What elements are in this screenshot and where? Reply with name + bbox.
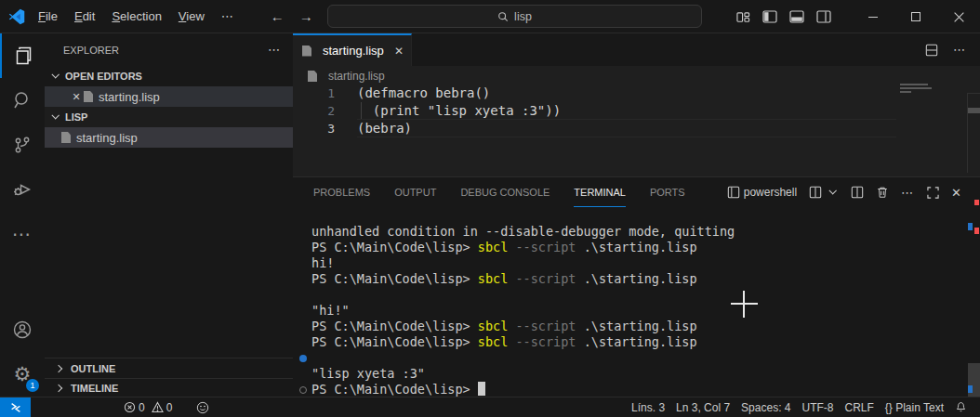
- activity-bar: ⋯ ⚙ 1: [0, 33, 45, 397]
- dropdown-chevron-icon: [829, 187, 837, 194]
- settings-badge: 1: [26, 379, 39, 392]
- toggle-secondary-sidebar-icon[interactable]: [816, 9, 831, 24]
- panel-tab-output[interactable]: OUTPUT: [394, 177, 436, 207]
- status-item[interactable]: Spaces: 4: [735, 397, 796, 417]
- activitybar-search-icon[interactable]: [0, 78, 45, 123]
- split-panel-icon[interactable]: [851, 186, 864, 199]
- file-icon: [308, 71, 317, 82]
- title-bar: File Edit Selection View ⋯ ← → lisp: [0, 0, 980, 33]
- file-icon: [302, 46, 311, 57]
- overview-mark-info: [968, 385, 973, 393]
- terminal-line: hi!: [293, 255, 972, 271]
- overview-mark-error: [974, 200, 979, 205]
- trash-icon[interactable]: [876, 186, 889, 199]
- code-line[interactable]: 2 (print "lisp xyeta :3")): [293, 102, 980, 120]
- terminal-line: PS C:\Main\Code\lisp> sbcl --script .\st…: [293, 271, 972, 287]
- menu-file[interactable]: File: [30, 7, 66, 26]
- activitybar-settings-gear-icon[interactable]: ⚙ 1: [0, 352, 45, 397]
- nav-back-icon[interactable]: ←: [271, 8, 285, 24]
- remote-indicator[interactable]: [0, 397, 31, 417]
- panel-tab-problems[interactable]: PROBLEMS: [313, 177, 370, 207]
- panel-tabs: PROBLEMSOUTPUTDEBUG CONSOLETERMINALPORTS: [293, 177, 685, 207]
- terminal-instance[interactable]: powershell: [727, 186, 797, 199]
- panel-tab-terminal[interactable]: TERMINAL: [574, 177, 626, 207]
- chevron-right-icon: [55, 384, 62, 391]
- section-open-editors[interactable]: OPEN EDITORS: [45, 66, 293, 86]
- chevron-down-icon: [51, 71, 59, 78]
- breadcrumb[interactable]: starting.lisp: [293, 66, 980, 86]
- activitybar-run-debug-icon[interactable]: [0, 167, 45, 212]
- close-icon[interactable]: [937, 0, 980, 33]
- command-decoration-icon[interactable]: [299, 355, 307, 362]
- file-item-starting-lisp[interactable]: starting.lisp: [45, 127, 293, 148]
- nav-forward-icon[interactable]: →: [299, 8, 313, 24]
- warnings-icon: [152, 401, 164, 413]
- panel-more-icon[interactable]: ⋯: [901, 186, 915, 200]
- editor-more-icon[interactable]: ⋯: [953, 43, 967, 57]
- terminal[interactable]: unhandled condition in --disable-debugge…: [293, 224, 972, 397]
- menu-edit[interactable]: Edit: [66, 7, 103, 26]
- section-folder-lisp[interactable]: LISP: [45, 107, 293, 127]
- status-item[interactable]: Ln 3, Col 7: [670, 397, 735, 417]
- chevron-right-icon: [55, 364, 62, 371]
- new-terminal-button[interactable]: [809, 186, 839, 199]
- menu-view[interactable]: View: [170, 7, 213, 26]
- command-center-search[interactable]: lisp: [327, 5, 702, 28]
- command-decoration-placeholder-icon[interactable]: [299, 386, 307, 394]
- chevron-down-icon: [51, 111, 59, 119]
- close-editor-icon[interactable]: ✕: [69, 91, 84, 103]
- close-panel-icon[interactable]: ✕: [951, 186, 961, 200]
- toggle-panel-icon[interactable]: [789, 9, 804, 24]
- editor-scrollbar-thumb[interactable]: [968, 108, 980, 113]
- open-editor-item[interactable]: ✕ starting.lisp: [45, 86, 293, 107]
- tab-bar: starting.lisp ✕ ⋯: [293, 33, 980, 66]
- terminal-line: "lisp xyeta :3": [293, 366, 972, 382]
- menu-more-icon[interactable]: ⋯: [213, 7, 243, 26]
- editor-scrollbar-top: [967, 93, 980, 94]
- activitybar-explorer-icon[interactable]: [0, 33, 45, 78]
- activitybar-more-icon[interactable]: ⋯: [0, 212, 45, 256]
- explorer-more-icon[interactable]: ⋯: [268, 43, 282, 57]
- minimize-icon[interactable]: [852, 0, 894, 33]
- tab-starting-lisp[interactable]: starting.lisp ✕: [293, 33, 412, 66]
- editor-group: starting.lisp ✕ ⋯ starting.lisp 1(defmac…: [293, 33, 980, 176]
- terminal-line: [293, 287, 972, 303]
- maximize-panel-icon[interactable]: [927, 187, 939, 199]
- overview-mark-error: [974, 228, 979, 234]
- errors-icon: [124, 401, 136, 413]
- remote-icon: [9, 401, 22, 414]
- split-terminal-icon: [809, 186, 822, 199]
- overview-mark-info: [968, 223, 973, 230]
- code-line[interactable]: 1(defmacro bebra(): [293, 85, 980, 102]
- minimap[interactable]: [900, 84, 956, 95]
- customize-layout-icon[interactable]: [736, 10, 750, 24]
- activitybar-source-control-icon[interactable]: [0, 123, 45, 167]
- problems-status[interactable]: 0 0: [118, 397, 178, 417]
- panel-tab-debug-console[interactable]: DEBUG CONSOLE: [460, 177, 550, 207]
- panel-tab-ports[interactable]: PORTS: [650, 177, 685, 207]
- status-bar: 0 0 Líns. 3Ln 3, Col 7Spaces: 4UTF-8CRLF…: [0, 397, 980, 417]
- terminal-icon: [727, 186, 740, 199]
- file-icon: [84, 91, 93, 102]
- toggle-sidebar-icon[interactable]: [762, 9, 777, 24]
- close-tab-icon[interactable]: ✕: [394, 45, 404, 58]
- section-timeline[interactable]: TIMELINE: [45, 378, 293, 397]
- code-line[interactable]: 3(bebra): [293, 120, 980, 137]
- maximize-icon[interactable]: [894, 0, 937, 33]
- status-language-mode[interactable]: {} Plain Text: [880, 397, 949, 417]
- explorer-sidebar: EXPLORER ⋯ OPEN EDITORS ✕ starting.lisp …: [45, 33, 293, 397]
- terminal-line: PS C:\Main\Code\lisp> sbcl --script .\st…: [293, 319, 972, 334]
- activitybar-account-icon[interactable]: [0, 307, 45, 352]
- file-icon: [61, 132, 71, 143]
- code-editor[interactable]: 1(defmacro bebra()2 (print "lisp xyeta :…: [293, 85, 980, 176]
- status-item[interactable]: CRLF: [839, 397, 879, 417]
- section-outline[interactable]: OUTLINE: [45, 358, 293, 378]
- terminal-line: PS C:\Main\Code\lisp>: [293, 382, 972, 397]
- feedback-smiley-icon[interactable]: [191, 397, 215, 417]
- menu-selection[interactable]: Selection: [103, 7, 169, 26]
- terminal-line: PS C:\Main\Code\lisp> sbcl --script .\st…: [293, 334, 972, 350]
- split-editor-icon[interactable]: [925, 44, 938, 57]
- notifications-bell-icon[interactable]: [949, 397, 973, 417]
- status-item[interactable]: Líns. 3: [626, 397, 670, 417]
- status-item[interactable]: UTF-8: [796, 397, 839, 417]
